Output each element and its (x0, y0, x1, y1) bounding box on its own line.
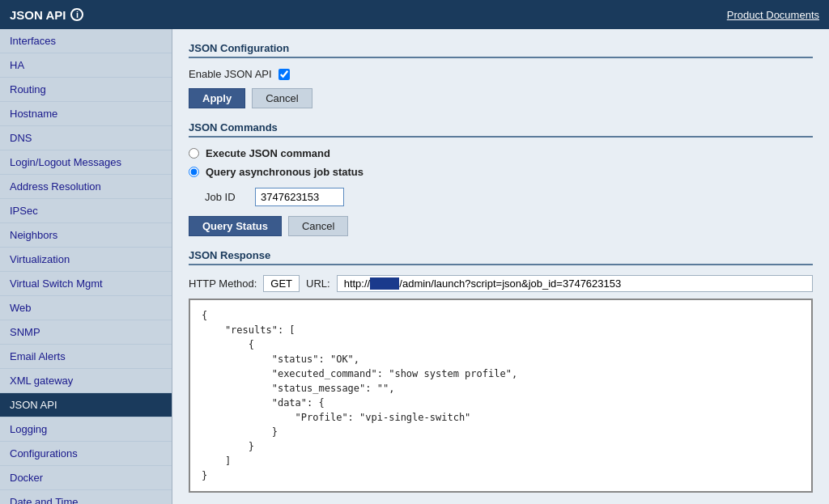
header-title-text: JSON API (10, 8, 66, 22)
apply-button[interactable]: Apply (189, 88, 245, 108)
product-documents-link[interactable]: Product Documents (727, 9, 819, 21)
http-method-row: HTTP Method: GET URL: http:// /admin/lau… (189, 275, 813, 292)
sidebar: InterfacesHARoutingHostnameDNSLogin/Logo… (0, 29, 172, 504)
json-config-header: JSON Configuration (189, 42, 813, 58)
sidebar-item-docker[interactable]: Docker (0, 466, 172, 490)
http-method-label: HTTP Method: (189, 277, 257, 290)
sidebar-item-dns[interactable]: DNS (0, 126, 172, 150)
enable-json-checkbox[interactable] (278, 69, 290, 80)
job-id-row: Job ID (205, 188, 813, 206)
cancel-query-button[interactable]: Cancel (288, 216, 348, 236)
sidebar-item-virtual-switch-mgmt[interactable]: Virtual Switch Mgmt (0, 272, 172, 296)
job-id-label: Job ID (205, 191, 245, 203)
main-content: JSON Configuration Enable JSON API Apply… (172, 29, 829, 504)
job-id-input[interactable] (255, 188, 344, 206)
execute-radio-row: Execute JSON command (189, 147, 813, 159)
sidebar-item-virtualization[interactable]: Virtualization (0, 248, 172, 272)
enable-json-label: Enable JSON API (189, 68, 272, 80)
query-radio[interactable] (189, 167, 199, 177)
url-label: URL: (306, 277, 330, 290)
sidebar-item-web[interactable]: Web (0, 296, 172, 320)
url-suffix: /admin/launch?script=json&job_id=3747623… (399, 277, 621, 290)
execute-radio-label: Execute JSON command (206, 147, 330, 159)
sidebar-item-login/logout-messages[interactable]: Login/Logout Messages (0, 150, 172, 175)
sidebar-item-email-alerts[interactable]: Email Alerts (0, 345, 172, 369)
url-masked (370, 277, 399, 290)
sidebar-item-ha[interactable]: HA (0, 53, 172, 78)
sidebar-item-address-resolution[interactable]: Address Resolution (0, 175, 172, 199)
json-response-header: JSON Response (189, 249, 813, 265)
header-title: JSON API i (10, 8, 83, 22)
sidebar-item-routing[interactable]: Routing (0, 78, 172, 102)
json-commands-header: JSON Commands (189, 121, 813, 138)
query-radio-label: Query asynchronous job status (206, 166, 363, 178)
sidebar-item-interfaces[interactable]: Interfaces (0, 29, 172, 53)
sidebar-item-ipsec[interactable]: IPSec (0, 199, 172, 223)
query-button-row: Query Status Cancel (189, 216, 813, 236)
url-prefix: http:// (344, 277, 371, 290)
sidebar-item-json-api[interactable]: JSON API (0, 393, 172, 417)
url-value: http:// /admin/launch?script=json&job_id… (337, 275, 813, 292)
page-layout: InterfacesHARoutingHostnameDNSLogin/Logo… (0, 29, 829, 504)
json-commands-section: JSON Commands Execute JSON command Query… (189, 121, 813, 236)
query-status-button[interactable]: Query Status (189, 216, 282, 236)
json-response-section: JSON Response HTTP Method: GET URL: http… (189, 249, 813, 493)
info-icon[interactable]: i (70, 8, 83, 21)
execute-radio[interactable] (189, 148, 199, 159)
cancel-config-button[interactable]: Cancel (252, 88, 312, 108)
sidebar-item-snmp[interactable]: SNMP (0, 320, 172, 345)
enable-json-row: Enable JSON API (189, 68, 813, 80)
json-output: { "results": [ { "status": "OK", "execut… (189, 299, 813, 493)
sidebar-item-hostname[interactable]: Hostname (0, 102, 172, 126)
json-config-section: JSON Configuration Enable JSON API Apply… (189, 42, 813, 108)
sidebar-item-configurations[interactable]: Configurations (0, 442, 172, 466)
sidebar-item-neighbors[interactable]: Neighbors (0, 223, 172, 248)
sidebar-item-xml-gateway[interactable]: XML gateway (0, 369, 172, 393)
sidebar-item-logging[interactable]: Logging (0, 417, 172, 442)
http-method-value: GET (263, 275, 300, 292)
app-header: JSON API i Product Documents (0, 0, 829, 29)
config-button-row: Apply Cancel (189, 88, 813, 108)
query-radio-row: Query asynchronous job status (189, 166, 813, 178)
sidebar-item-date-and-time[interactable]: Date and Time (0, 490, 172, 504)
